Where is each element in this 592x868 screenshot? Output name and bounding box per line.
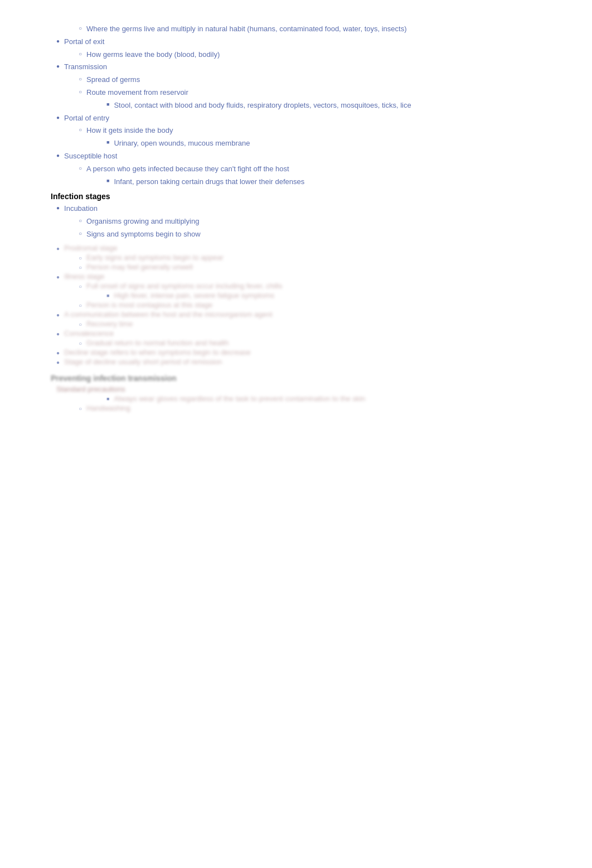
list-item: Stool, contact with blood and body fluid…	[45, 100, 547, 112]
blurred-list-item: Gradual return to normal function and he…	[45, 339, 547, 347]
list-item-incubation: Incubation	[45, 203, 547, 215]
item-text: Urinary, open wounds, mucous membrane	[114, 138, 250, 150]
blurred-list-item: Recovery time	[45, 320, 547, 328]
list-item: Spread of germs	[45, 74, 547, 86]
blurred-heading: Preventing infection transmission	[45, 374, 547, 383]
list-item: Route movement from reservoir	[45, 87, 547, 99]
list-item-susceptible-host: Susceptible host	[45, 151, 547, 162]
blurred-list-item: Person may feel generally unwell	[45, 263, 547, 271]
list-item: A person who gets infected because they …	[45, 163, 547, 175]
susceptible-host-label: Susceptible host	[64, 151, 117, 162]
transmission-label: Transmission	[64, 61, 107, 73]
blurred-list-item: A communication between the host and the…	[45, 310, 547, 319]
list-item: Signs and symptoms begin to show	[45, 229, 547, 240]
item-text: Route movement from reservoir	[86, 87, 188, 99]
blurred-list-item: High fever, intense pain, severe fatigue…	[45, 291, 547, 300]
item-text: How germs leave the body (blood, bodily)	[86, 49, 220, 61]
blurred-list-item: Early signs and symptoms begin to appear	[45, 253, 547, 262]
item-text: Infant, person taking certain drugs that…	[114, 176, 304, 188]
blurred-list-item: Convalescence	[45, 329, 547, 337]
blurred-list-item: Illness stage	[45, 272, 547, 281]
blurred-text: Standard precautions	[45, 385, 547, 393]
blurred-list-item: Decline stage refers to when symptoms be…	[45, 348, 547, 356]
list-item: How it gets inside the body	[45, 125, 547, 137]
portal-exit-label: Portal of exit	[64, 36, 104, 48]
document-content: Where the germs live and multiply in nat…	[45, 23, 547, 412]
list-item-portal-exit: Portal of exit	[45, 36, 547, 48]
blurred-list-item: Stage of decline usually short period of…	[45, 358, 547, 366]
blurred-heading-block: Preventing infection transmission Standa…	[45, 374, 547, 412]
list-item: How germs leave the body (blood, bodily)	[45, 49, 547, 61]
blurred-list-item: Person is most contagious at this stage	[45, 301, 547, 309]
item-text: Stool, contact with blood and body fluid…	[114, 100, 411, 112]
item-text: How it gets inside the body	[86, 125, 173, 137]
list-item: Organisms growing and multiplying	[45, 216, 547, 228]
list-item: Where the germs live and multiply in nat…	[45, 23, 547, 35]
item-text: Where the germs live and multiply in nat…	[86, 23, 406, 35]
blurred-list-item: Always wear gloves regardless of the tas…	[45, 394, 547, 403]
item-text: Spread of germs	[86, 74, 140, 86]
blurred-section-1: Prodromal stage Early signs and symptoms…	[45, 244, 547, 412]
item-text: Organisms growing and multiplying	[86, 216, 199, 228]
list-item-transmission: Transmission	[45, 61, 547, 73]
blurred-list-item: Prodromal stage	[45, 244, 547, 252]
list-item: Urinary, open wounds, mucous membrane	[45, 138, 547, 150]
incubation-label: Incubation	[64, 203, 98, 215]
item-text: Signs and symptoms begin to show	[86, 229, 201, 240]
blurred-list-item: Full onset of signs and symptoms occur i…	[45, 282, 547, 290]
item-text: A person who gets infected because they …	[86, 163, 289, 175]
section-heading-infection-stages: Infection stages	[45, 192, 547, 201]
portal-entry-label: Portal of entry	[64, 113, 109, 124]
list-item: Infant, person taking certain drugs that…	[45, 176, 547, 188]
blurred-list-item: Handwashing	[45, 404, 547, 412]
list-item-portal-entry: Portal of entry	[45, 113, 547, 124]
